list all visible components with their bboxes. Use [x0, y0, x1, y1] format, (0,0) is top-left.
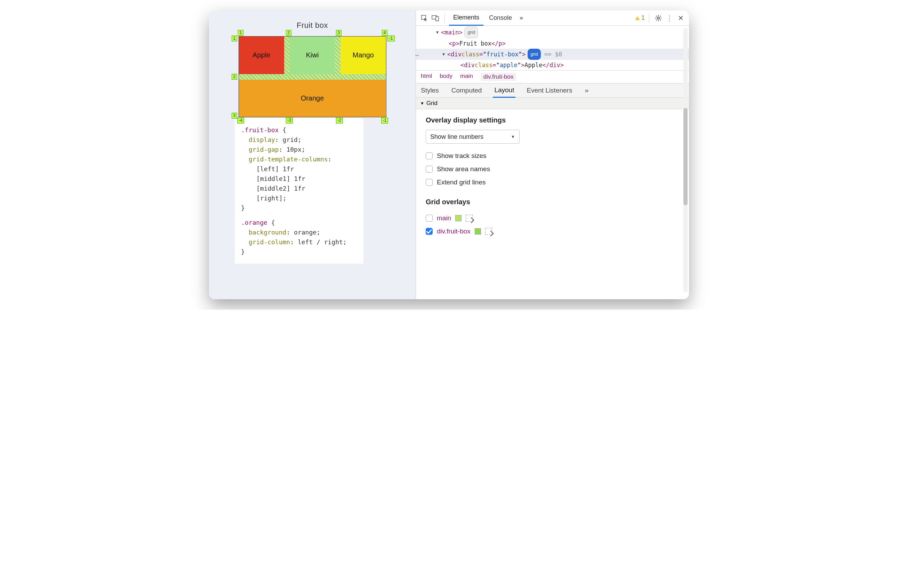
- css-val: orange: [294, 229, 317, 236]
- option-label: Extend grid lines: [437, 179, 486, 186]
- fruit-box-grid: Apple Kiwi Mango Orange: [238, 36, 386, 117]
- grid-section-header[interactable]: ▼Grid: [416, 98, 689, 109]
- subtab-styles[interactable]: Styles: [420, 83, 440, 98]
- tabs-overflow[interactable]: »: [518, 11, 525, 26]
- css-prop: grid-template-columns: [249, 155, 328, 163]
- crumb-fruitbox[interactable]: div.fruit-box: [481, 73, 517, 81]
- css-val: 10px: [286, 146, 301, 153]
- checkbox[interactable]: [426, 215, 433, 222]
- gear-icon[interactable]: [654, 13, 663, 23]
- line-num-left-3: 3: [232, 113, 238, 119]
- dom-row-p[interactable]: <p>Fruit box</p>: [422, 38, 689, 49]
- css-selector-2: .orange: [241, 219, 268, 226]
- overlay-row-fruitbox[interactable]: div.fruit-box: [426, 225, 679, 238]
- scrollbar-thumb[interactable]: [683, 108, 687, 205]
- option-show-track-sizes[interactable]: Show track sizes: [426, 149, 679, 163]
- line-num-left-1: 1: [232, 35, 238, 42]
- dom-text: Apple: [524, 60, 542, 70]
- grid-section-label: Grid: [426, 100, 438, 107]
- option-show-area-names[interactable]: Show area names: [426, 163, 679, 176]
- css-selector-1: .fruit-box: [241, 126, 278, 134]
- grid-badge[interactable]: grid: [464, 26, 478, 38]
- cell-apple: Apple: [239, 37, 284, 74]
- breadcrumb: html body main div.fruit-box: [416, 70, 689, 83]
- line-num-right-1: -1: [387, 35, 395, 42]
- dom-text: Fruit box: [460, 38, 491, 49]
- tag-name: main: [444, 27, 459, 38]
- fruit-grid: Apple Kiwi Mango Orange: [239, 37, 386, 117]
- dom-row-main[interactable]: ▼<main> grid: [422, 26, 689, 38]
- option-label: Show area names: [437, 165, 490, 173]
- color-swatch[interactable]: [475, 228, 481, 234]
- page-preview-pane: Fruit box Apple Kiwi Mango Orange 1 2 3 …: [209, 11, 416, 299]
- option-label: Show track sizes: [437, 152, 487, 160]
- subtab-layout[interactable]: Layout: [493, 83, 515, 98]
- overlay-label: div.fruit-box: [437, 228, 471, 235]
- toolbar-sep: [649, 14, 649, 23]
- checkbox[interactable]: [426, 179, 433, 186]
- select-value: Show line numbers: [430, 133, 483, 140]
- line-num-top-3: 3: [336, 30, 342, 36]
- svg-rect-2: [436, 17, 438, 21]
- line-numbers-select[interactable]: Show line numbers ▼: [426, 130, 520, 144]
- overlay-label: main: [437, 214, 451, 222]
- line-num-bot-3: -2: [336, 118, 343, 123]
- attr-val: apple: [500, 60, 518, 70]
- css-val: [middle2] 1fr: [256, 185, 305, 192]
- page-title: Fruit box: [230, 21, 395, 30]
- scrollbar[interactable]: [683, 28, 687, 292]
- warning-count: 1: [641, 14, 645, 22]
- css-prop: display: [249, 136, 275, 143]
- css-val: left / right: [298, 238, 343, 246]
- toolbar-sep: [444, 14, 445, 23]
- overlay-row-main[interactable]: main: [426, 212, 679, 225]
- checkbox-checked[interactable]: [426, 228, 433, 235]
- overlay-settings-heading: Overlay display settings: [426, 116, 679, 124]
- cell-kiwi: Kiwi: [290, 37, 335, 74]
- crumb-html[interactable]: html: [421, 73, 432, 81]
- line-num-top-2: 2: [286, 30, 292, 36]
- cell-mango: Mango: [340, 37, 386, 74]
- grid-overlay-wrap: Apple Kiwi Mango Orange 1 2 3 4 1 2 3 -1…: [238, 36, 386, 117]
- svg-line-8: [656, 15, 657, 16]
- grid-section-body: Overlay display settings Show line numbe…: [416, 109, 689, 245]
- subtab-event[interactable]: Event Listeners: [525, 83, 574, 98]
- checkbox[interactable]: [426, 152, 433, 159]
- attr-val: fruit-box: [487, 49, 518, 60]
- line-num-bot-1: -4: [237, 118, 244, 123]
- styles-subtabs: Styles Computed Layout Event Listeners »: [416, 83, 689, 98]
- inspect-icon[interactable]: [420, 13, 429, 23]
- tab-console[interactable]: Console: [485, 11, 516, 26]
- kebab-icon[interactable]: ⋮: [664, 13, 674, 23]
- chevron-down-icon: ▼: [511, 134, 515, 139]
- dom-row-fruitbox[interactable]: ▼<div class="fruit-box"> grid == $0: [416, 49, 689, 60]
- dom-row-apple[interactable]: <div class="apple">Apple</div>: [422, 60, 689, 70]
- highlight-icon[interactable]: [485, 228, 492, 235]
- line-num-bot-4: -1: [381, 118, 389, 123]
- svg-line-10: [656, 20, 657, 20]
- close-icon[interactable]: ✕: [676, 13, 686, 23]
- subtab-overflow[interactable]: »: [583, 83, 590, 98]
- tab-elements[interactable]: Elements: [449, 11, 483, 26]
- line-num-top-1: 1: [238, 30, 244, 36]
- warning-icon: [635, 16, 640, 20]
- color-swatch[interactable]: [455, 215, 461, 221]
- warnings-badge[interactable]: 1: [635, 14, 645, 22]
- css-prop: background: [249, 229, 286, 236]
- svg-line-11: [660, 15, 660, 16]
- css-val: [left] 1fr: [256, 165, 294, 172]
- devtools-toolbar: Elements Console » 1 ⋮ ✕: [416, 11, 689, 26]
- device-toggle-icon[interactable]: [431, 13, 440, 23]
- cell-orange: Orange: [239, 80, 386, 117]
- svg-line-9: [660, 20, 660, 20]
- css-val: [right]: [256, 194, 283, 202]
- grid-badge-active[interactable]: grid: [527, 49, 541, 60]
- checkbox[interactable]: [426, 166, 433, 172]
- highlight-icon[interactable]: [466, 215, 473, 222]
- crumb-main[interactable]: main: [460, 73, 473, 81]
- option-extend-grid-lines[interactable]: Extend grid lines: [426, 176, 679, 189]
- subtab-computed[interactable]: Computed: [450, 83, 483, 98]
- css-prop: grid-column: [249, 238, 290, 246]
- dom-tree[interactable]: ▼<main> grid <p>Fruit box</p> ▼<div clas…: [416, 26, 689, 70]
- crumb-body[interactable]: body: [440, 73, 452, 81]
